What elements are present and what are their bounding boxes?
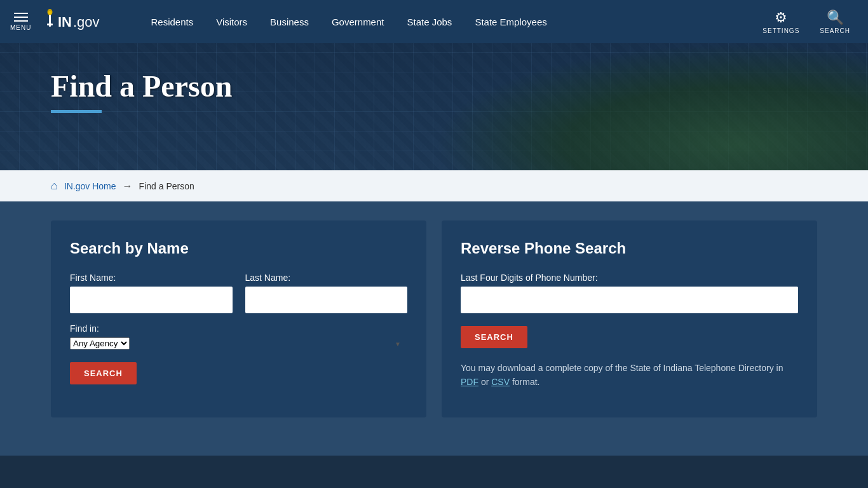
gear-icon: ⚙ <box>775 10 787 26</box>
last-name-group: Last Name: <box>245 273 408 313</box>
menu-label: MENU <box>10 24 31 31</box>
csv-link[interactable]: CSV <box>491 377 510 387</box>
site-header: MENU IN . gov Residents Visitors Busines… <box>0 0 868 43</box>
name-search-button[interactable]: SEARCH <box>70 362 137 384</box>
hamburger-icon <box>14 13 28 22</box>
last-name-label: Last Name: <box>245 273 408 283</box>
phone-label: Last Four Digits of Phone Number: <box>461 273 798 283</box>
page-title: Find a Person <box>51 69 817 104</box>
search-by-name-card: Search by Name First Name: Last Name: Fi… <box>51 220 426 417</box>
first-name-label: First Name: <box>70 273 233 283</box>
settings-button[interactable]: ⚙ SETTINGS <box>755 4 807 39</box>
download-text: You may download a complete copy of the … <box>461 361 798 390</box>
search-icon: 🔍 <box>827 10 844 26</box>
search-button[interactable]: 🔍 SEARCH <box>812 4 858 39</box>
footer-area <box>0 456 868 488</box>
phone-group: Last Four Digits of Phone Number: <box>461 273 798 313</box>
svg-rect-1 <box>47 24 53 25</box>
find-in-group: Find in: Any Agency <box>70 323 407 349</box>
nav-government[interactable]: Government <box>320 0 396 43</box>
pdf-link[interactable]: PDF <box>461 377 478 387</box>
breadcrumb-separator: → <box>123 180 133 192</box>
menu-button[interactable]: MENU <box>10 13 31 31</box>
breadcrumb: ⌂ IN.gov Home → Find a Person <box>0 170 868 201</box>
nav-state-employees[interactable]: State Employees <box>463 0 558 43</box>
header-actions: ⚙ SETTINGS 🔍 SEARCH <box>755 4 858 39</box>
svg-point-3 <box>48 11 51 15</box>
phone-search-button[interactable]: SEARCH <box>461 326 527 348</box>
breadcrumb-current: Find a Person <box>139 181 194 191</box>
reverse-phone-title: Reverse Phone Search <box>461 240 798 257</box>
phone-input[interactable] <box>461 287 798 313</box>
hero-section: Find a Person <box>0 43 868 170</box>
download-prefix: You may download a complete copy of the … <box>461 363 783 373</box>
first-name-input[interactable] <box>70 287 233 313</box>
reverse-phone-card: Reverse Phone Search Last Four Digits of… <box>442 220 817 417</box>
home-icon: ⌂ <box>51 179 58 193</box>
svg-text:IN: IN <box>58 14 72 30</box>
main-nav: Residents Visitors Business Government S… <box>139 0 755 43</box>
agency-select-wrapper: Any Agency <box>70 337 407 349</box>
site-logo[interactable]: IN . gov <box>44 8 120 36</box>
first-name-group: First Name: <box>70 273 233 313</box>
nav-business[interactable]: Business <box>259 0 320 43</box>
last-name-input[interactable] <box>245 287 408 313</box>
download-or: or <box>478 377 491 387</box>
search-by-name-title: Search by Name <box>70 240 407 257</box>
nav-residents[interactable]: Residents <box>139 0 205 43</box>
download-suffix: format. <box>510 377 539 387</box>
search-label: SEARCH <box>820 27 850 34</box>
agency-select[interactable]: Any Agency <box>70 337 130 349</box>
main-content: Search by Name First Name: Last Name: Fi… <box>0 201 868 456</box>
hero-content: Find a Person <box>0 43 868 126</box>
breadcrumb-home-link[interactable]: IN.gov Home <box>64 181 116 191</box>
settings-label: SETTINGS <box>763 27 799 34</box>
name-fields-row: First Name: Last Name: <box>70 273 407 313</box>
svg-text:gov: gov <box>77 14 99 30</box>
title-underline <box>51 110 102 113</box>
nav-visitors[interactable]: Visitors <box>205 0 259 43</box>
find-in-label: Find in: <box>70 323 407 334</box>
nav-state-jobs[interactable]: State Jobs <box>395 0 463 43</box>
